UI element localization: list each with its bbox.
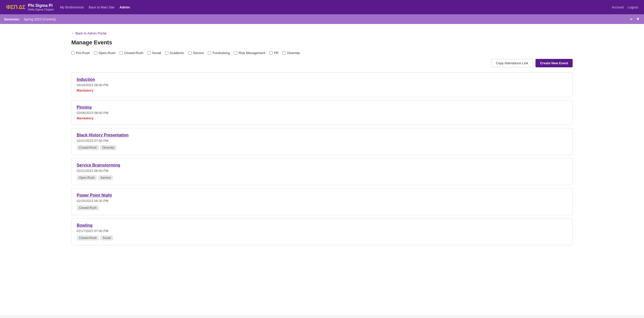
event-mandatory-badge: Mandatory — [77, 88, 567, 92]
event-date: 02/17/2023 07:00 PM — [77, 229, 567, 233]
top-navigation: ΦΣΠ ΔΣ Phi Sigma Pi Delta Sigma Chapter … — [0, 0, 644, 14]
event-card: Service Brainstorming02/21/2023 06:00 PM… — [71, 158, 573, 185]
copy-attendance-link-button[interactable]: Copy Attendance Link — [491, 59, 533, 67]
brand-text: Phi Sigma Pi Delta Sigma Chapter — [28, 3, 54, 11]
filter-closed-rush[interactable]: Closed-Rush — [119, 51, 143, 55]
page-title: Manage Events — [71, 39, 573, 46]
main-content: ← Back to Admin Portal Manage Events Pre… — [0, 24, 644, 315]
event-tags: Closed-Rush — [77, 204, 567, 210]
filter-risk-management[interactable]: Risk Management — [234, 51, 265, 55]
filter-row: Pre-Rush Open-Rush Closed-Rush Social Ac… — [71, 51, 573, 55]
event-card: Induction04/24/2023 08:00 PMMandatory — [71, 72, 573, 97]
event-title[interactable]: Bowling — [77, 223, 567, 228]
event-date: 04/24/2023 08:00 PM — [77, 83, 567, 87]
event-title[interactable]: Service Brainstorming — [77, 163, 567, 168]
filter-open-rush[interactable]: Open-Rush — [94, 51, 115, 55]
event-tags: Open-RushService — [77, 174, 567, 180]
filter-pre-rush[interactable]: Pre-Rush — [71, 51, 90, 55]
nav-logout-link[interactable]: Logout — [628, 5, 638, 9]
brand-name: Phi Sigma Pi — [28, 3, 54, 8]
event-tag: Diversity — [100, 145, 116, 150]
brand-logo-icon: ΦΣΠ ΔΣ — [6, 4, 25, 10]
nav-account-link[interactable]: Account — [612, 5, 624, 9]
semester-label: Semester: — [4, 17, 20, 21]
filter-pr[interactable]: PR — [269, 51, 278, 55]
semester-bar: Semester: Spring 2023 (Current) ▼ — [0, 14, 644, 24]
nav-right: Account Logout — [612, 5, 638, 9]
event-date: 02/20/2023 06:30 PM — [77, 199, 567, 203]
filter-diversity[interactable]: Diversity — [283, 51, 300, 55]
chevron-down-icon: ▼ — [636, 17, 640, 21]
create-new-event-button[interactable]: Create New Event — [535, 59, 573, 67]
action-row: Copy Attendance Link Create New Event — [71, 59, 573, 67]
nav-left: ΦΣΠ ΔΣ Phi Sigma Pi Delta Sigma Chapter … — [6, 3, 130, 11]
event-tag: Closed-Rush — [77, 145, 99, 150]
event-card: Bowling02/17/2023 07:00 PMClosed-RushSoc… — [71, 218, 573, 245]
nav-link-back-to-main-site[interactable]: Back to Main Site — [89, 5, 114, 9]
brand-subtitle: Delta Sigma Chapter — [28, 8, 54, 11]
event-tag: Open-Rush — [77, 175, 97, 180]
event-date: 02/21/2023 06:00 PM — [77, 169, 567, 173]
back-to-admin-portal-link[interactable]: ← Back to Admin Portal — [71, 31, 106, 35]
filter-fundraising[interactable]: Fundraising — [208, 51, 230, 55]
event-card: Black History Presentation02/21/2023 07:… — [71, 128, 573, 155]
event-title[interactable]: Power Point Night — [77, 193, 567, 198]
event-tags: Closed-RushSocial — [77, 234, 567, 240]
event-card: Power Point Night02/20/2023 06:30 PMClos… — [71, 188, 573, 215]
event-title[interactable]: Black History Presentation — [77, 133, 567, 137]
event-card: Pinning03/06/2023 08:00 PMMandatory — [71, 100, 573, 125]
event-list: Induction04/24/2023 08:00 PMMandatoryPin… — [71, 72, 573, 248]
semester-select[interactable]: Spring 2023 (Current) — [23, 17, 633, 21]
filter-social[interactable]: Social — [147, 51, 161, 55]
nav-brand: ΦΣΠ ΔΣ Phi Sigma Pi Delta Sigma Chapter — [6, 3, 54, 11]
event-title[interactable]: Induction — [77, 77, 567, 82]
filter-service[interactable]: Service — [188, 51, 204, 55]
nav-links: My Brotherhood Back to Main Site Admin — [60, 5, 130, 9]
nav-link-my-brotherhood[interactable]: My Brotherhood — [60, 5, 84, 9]
nav-link-admin[interactable]: Admin — [119, 5, 130, 9]
event-tag: Closed-Rush — [77, 235, 99, 240]
event-date: 03/06/2023 08:00 PM — [77, 111, 567, 115]
event-tags: Closed-RushDiversity — [77, 144, 567, 150]
filter-academic[interactable]: Academic — [165, 51, 184, 55]
event-tag: Service — [98, 175, 113, 180]
event-tag: Social — [100, 235, 113, 240]
event-title[interactable]: Pinning — [77, 105, 567, 110]
event-mandatory-badge: Mandatory — [77, 116, 567, 120]
event-tag: Closed-Rush — [77, 205, 99, 210]
event-date: 02/21/2023 07:00 PM — [77, 139, 567, 143]
